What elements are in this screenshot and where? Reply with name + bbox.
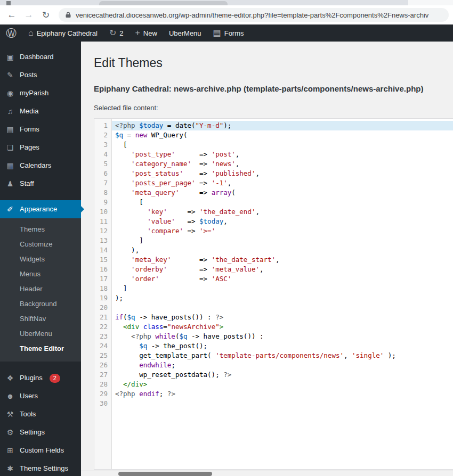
address-bar[interactable]: venicecathedral.diocesanweb.org/wp-admin… [59,8,449,22]
line-number: 6 [94,169,111,178]
code-line: [ [112,198,453,207]
sidebar-item-label: Dashboard [20,52,54,62]
code-line: wp_reset_postdata(); ?> [112,370,453,380]
refresh-button[interactable]: ↻ [38,7,53,22]
code-line: 'compare' => '>=' [112,226,453,236]
admin-bar-forms[interactable]: ▤Forms [207,24,250,42]
code-line: $q -> the_post(); [112,341,453,351]
admin-bar-updates[interactable]: ↻2 [103,24,130,42]
sidebar-item-users[interactable]: ☻Users [0,387,81,405]
line-number: 27 [94,370,111,380]
sidebar-item-myparish[interactable]: ◉myParish [0,84,81,102]
line-number: 29 [94,389,111,399]
line-number: 4 [94,150,111,159]
line-number: 19 [94,293,111,303]
sidebar-item-pages[interactable]: ❏Pages [0,138,81,157]
editor-code[interactable]: <?php $today = date("Y-m-d");$q = new WP… [112,119,453,469]
sidebar-item-custom-fields[interactable]: ⊞Custom Fields [0,441,81,459]
admin-bar-site-name[interactable]: ⌂Epiphany Cathedral [22,24,103,42]
code-line: </div> [112,380,453,389]
submenu-item-customize[interactable]: Customize [0,237,81,252]
url-text: venicecathedral.diocesanweb.org/wp-admin… [76,11,428,19]
admin-bar-label: UberMenu [169,29,201,37]
submenu-item-menus[interactable]: Menus [0,267,81,282]
sidebar-item-label: Staff [20,179,34,188]
line-number: 30 [94,399,111,408]
code-line: 'key' => 'the_date_end', [112,207,453,217]
code-line: 'post_status' => 'published', [112,169,453,178]
menu-separator [0,362,81,369]
sidebar-item-theme-settings[interactable]: ✱Theme Settings [0,459,81,476]
line-number: 21 [94,313,111,322]
browser-tab[interactable] [99,1,228,5]
submenu-item-themes[interactable]: Themes [0,222,81,237]
sidebar-menu: ▣Dashboard✎Posts◉myParish♫Media▤Forms❏Pa… [0,42,81,476]
wp-admin-bar: Ⓦ⌂Epiphany Cathedral↻2+NewUberMenu▤Forms [0,24,453,42]
admin-bar-label: New [143,29,157,37]
line-number: 20 [94,303,111,313]
appearance-icon: ✐ [5,206,15,213]
media-icon: ♫ [5,108,15,115]
code-line: 'value' => $today, [112,217,453,226]
line-number: 28 [94,380,111,389]
line-number: 3 [94,140,111,150]
browser-tab-inactive[interactable] [408,0,453,5]
back-button[interactable]: ← [4,7,19,22]
forward-button[interactable]: → [21,7,36,22]
code-line: if($q -> have_posts()) : ?> [112,313,453,322]
sidebar-item-media[interactable]: ♫Media [0,102,81,120]
code-line: [ [112,140,453,150]
code-line: 'meta_key' => 'the_date_start', [112,255,453,265]
sidebar-item-label: myParish [20,88,48,98]
sidebar-item-staff[interactable]: ♟Staff [0,175,81,193]
line-number: 17 [94,274,111,284]
line-number: 24 [94,341,111,351]
admin-bar-wp-logo[interactable]: Ⓦ [0,24,22,42]
line-number: 14 [94,245,111,255]
myparish-icon: ◉ [5,89,15,97]
horizontal-scrollbar[interactable] [81,471,453,476]
settings-icon: ⚙ [5,429,15,436]
sidebar-item-appearance[interactable]: ✐Appearance [0,200,81,218]
browser-tab-strip[interactable] [0,0,453,5]
submenu-item-ubermenu[interactable]: UberMenu [0,326,81,341]
sidebar-item-posts[interactable]: ✎Posts [0,66,81,84]
submenu-item-header[interactable]: Header [0,282,81,297]
submenu-item-widgets[interactable]: Widgets [0,252,81,267]
admin-bar-label: Epiphany Cathedral [37,29,98,37]
submenu-item-background[interactable]: Background [0,297,81,311]
admin-bar-ubermenu[interactable]: UberMenu [163,24,207,42]
line-number: 1 [94,121,111,130]
code-line: 'posts_per_page' => '-1', [112,178,453,188]
sidebar-item-dashboard[interactable]: ▣Dashboard [0,48,81,66]
submenu-item-shiftnav[interactable]: ShiftNav [0,311,81,326]
users-icon: ☻ [5,392,15,400]
pages-icon: ❏ [5,144,15,151]
line-number: 16 [94,265,111,274]
code-line: ] [112,284,453,293]
sidebar-item-label: Tools [20,409,36,419]
code-line: ] [112,236,453,245]
line-number: 10 [94,207,111,217]
line-number: 12 [94,226,111,236]
custom-fields-icon: ⊞ [5,447,15,454]
line-number: 5 [94,159,111,169]
sidebar-item-calendars[interactable]: ▦Calendars [0,157,81,175]
admin-bar-new-content[interactable]: +New [130,24,163,42]
new-content-icon: + [135,29,140,37]
scrollbar-thumb[interactable] [118,472,212,476]
line-number: 18 [94,284,111,293]
file-heading: Epiphany Cathedral: news-archive.php (te… [94,83,453,94]
sidebar-item-forms[interactable]: ▤Forms [0,120,81,138]
sidebar-item-settings[interactable]: ⚙Settings [0,423,81,441]
code-editor[interactable]: 1234567891011121314151617181920212223242… [94,118,453,470]
sidebar-item-label: Theme Settings [20,464,68,473]
code-line: 'meta_query' => array( [112,188,453,198]
updates-icon: ↻ [109,29,116,37]
line-number: 25 [94,351,111,360]
submenu-item-theme-editor[interactable]: Theme Editor [0,341,81,356]
staff-icon: ♟ [5,180,15,187]
sidebar-item-plugins[interactable]: ❖Plugins2 [0,369,81,387]
sidebar-item-tools[interactable]: ⚒Tools [0,405,81,423]
current-menu-arrow [81,206,84,212]
